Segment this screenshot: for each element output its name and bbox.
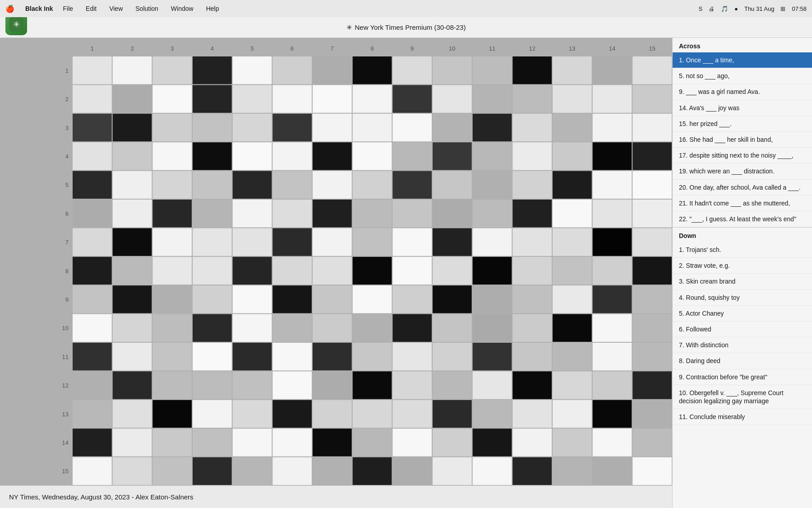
printer-icon: 🖨 bbox=[709, 5, 715, 12]
menu-view[interactable]: View bbox=[106, 4, 125, 13]
down-clue-10[interactable]: 11. Conclude miserably bbox=[673, 409, 812, 425]
down-clue-1[interactable]: 2. Straw vote, e.g. bbox=[673, 258, 812, 274]
wifi-icon: ● bbox=[734, 5, 738, 12]
svg-text:✳: ✳ bbox=[13, 20, 20, 29]
down-clue-7[interactable]: 8. Daring deed bbox=[673, 353, 812, 369]
apple-menu[interactable]: 🍎 bbox=[5, 5, 14, 13]
window-title: ✳ New York Times Premium (30-08-23) bbox=[346, 23, 466, 32]
clues-panel: Across 1. Once ___ a time,5. not so ___ … bbox=[672, 38, 812, 508]
across-clue-1[interactable]: 5. not so ___ ago, bbox=[673, 68, 812, 84]
menubar-left: 🍎 Black Ink File Edit View Solution Wind… bbox=[5, 4, 221, 13]
crossword-area[interactable]: NY Times, Wednesday, August 30, 2023 - A… bbox=[0, 38, 672, 508]
menu-help[interactable]: Help bbox=[203, 4, 222, 13]
clock: Thu 31 Aug bbox=[744, 5, 775, 12]
across-clue-2[interactable]: 9. ___ was a girl named Ava. bbox=[673, 84, 812, 100]
across-clue-4[interactable]: 15. her prized ___. bbox=[673, 116, 812, 132]
main-content: NY Times, Wednesday, August 30, 2023 - A… bbox=[0, 38, 812, 508]
across-clue-3[interactable]: 14. Ava's ___ joy was bbox=[673, 100, 812, 116]
menubar-right: S 🖨 🎵 ● Thu 31 Aug ⊞ 07:58 bbox=[698, 5, 807, 12]
menu-edit[interactable]: Edit bbox=[83, 4, 99, 13]
across-clue-7[interactable]: 19. which were an ___ distraction. bbox=[673, 163, 812, 179]
skype-icon: S bbox=[698, 5, 702, 12]
across-clue-5[interactable]: 16. She had ___ her skill in band, bbox=[673, 132, 812, 148]
across-clue-6[interactable]: 17. despite sitting next to the noisy __… bbox=[673, 148, 812, 163]
across-clue-8[interactable]: 20. One day, after school, Ava called a … bbox=[673, 180, 812, 196]
puzzle-credit: NY Times, Wednesday, August 30, 2023 - A… bbox=[9, 493, 194, 501]
across-clue-0[interactable]: 1. Once ___ a time, bbox=[673, 52, 812, 68]
menu-solution[interactable]: Solution bbox=[133, 4, 161, 13]
across-header: Across bbox=[673, 38, 812, 52]
menubar: 🍎 Black Ink File Edit View Solution Wind… bbox=[0, 0, 812, 17]
down-clue-4[interactable]: 5. Actor Chaney bbox=[673, 306, 812, 322]
across-clue-10[interactable]: 22. "___, I guess. At least the week's e… bbox=[673, 211, 812, 227]
menu-window[interactable]: Window bbox=[168, 4, 196, 13]
across-clue-9[interactable]: 21. It hadn't come ___ as she muttered, bbox=[673, 196, 812, 211]
menu-file[interactable]: File bbox=[60, 4, 76, 13]
down-clue-2[interactable]: 3. Skin cream brand bbox=[673, 274, 812, 289]
down-clue-5[interactable]: 6. Followed bbox=[673, 322, 812, 337]
down-clue-6[interactable]: 7. With distinction bbox=[673, 337, 812, 353]
app-name[interactable]: Black Ink bbox=[25, 5, 53, 12]
title-icon: ✳ bbox=[346, 23, 352, 32]
down-header: Down bbox=[673, 227, 812, 242]
down-clue-8[interactable]: 9. Contraction before "be great" bbox=[673, 369, 812, 385]
time: 07:58 bbox=[792, 5, 807, 12]
titlebar: ✳ ✳ New York Times Premium (30-08-23) bbox=[0, 17, 812, 38]
status-bar: NY Times, Wednesday, August 30, 2023 - A… bbox=[0, 485, 672, 508]
title-text: New York Times Premium (30-08-23) bbox=[355, 23, 466, 31]
control-center-icon: ⊞ bbox=[780, 5, 785, 12]
down-clue-9[interactable]: 10. Obergefell v. ___, Supreme Court dec… bbox=[673, 385, 812, 409]
down-clue-3[interactable]: 4. Round, squishy toy bbox=[673, 290, 812, 306]
down-clue-0[interactable]: 1. Trojans' sch. bbox=[673, 242, 812, 258]
clues-scroll[interactable]: Across 1. Once ___ a time,5. not so ___ … bbox=[673, 38, 812, 508]
audio-icon: 🎵 bbox=[721, 5, 728, 12]
